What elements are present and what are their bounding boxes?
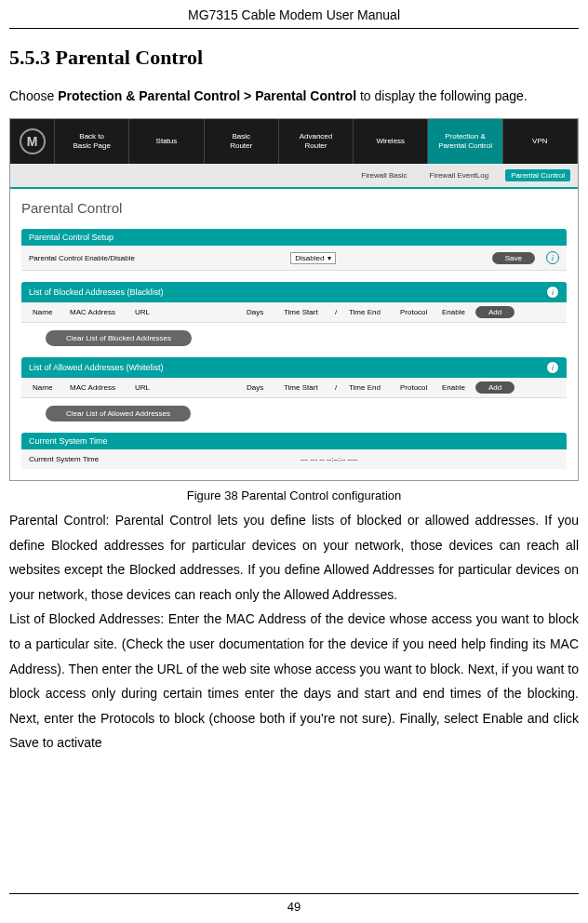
nav-status[interactable]: Status — [129, 119, 204, 164]
th-days: Days — [243, 381, 280, 394]
section-heading: 5.5.3 Parental Control — [9, 46, 579, 70]
systime-label: Current System Time — [29, 455, 99, 463]
nav-back-basic[interactable]: Back toBasic Page — [55, 119, 129, 164]
enable-disable-label: Parental Control Enable/Disable — [29, 254, 135, 262]
blacklist-bar: List of Blocked Addresses (Blacklist) i — [21, 282, 567, 302]
th-protocol: Protocol — [396, 306, 438, 318]
systime-value: --- --- -- --:--:-- ---- — [301, 455, 357, 463]
whitelist-title: List of Allowed Addresses (Whitelist) — [29, 363, 164, 372]
nav-basic-router[interactable]: BasicRouter — [205, 119, 279, 164]
save-button[interactable]: Save — [492, 252, 535, 264]
th-time-start: Time Start — [280, 381, 331, 394]
th-url: URL — [131, 381, 243, 394]
section-number: 5.5.3 — [9, 46, 50, 69]
clear-whitelist-button[interactable]: Clear List of Allowed Addresses — [46, 406, 191, 421]
add-button-whitelist[interactable]: Add — [475, 381, 514, 394]
brand-logo: M — [10, 119, 55, 164]
clear-blacklist-button[interactable]: Clear List of Blocked Addresses — [46, 330, 192, 346]
section-title: Parental Control — [56, 46, 204, 69]
page-number: 49 — [9, 893, 579, 914]
th-name: Name — [29, 381, 66, 394]
th-name: Name — [29, 306, 66, 318]
blacklist-header-row: Name MAC Address URL Days Time Start / T… — [21, 302, 567, 323]
page-heading: Parental Control — [21, 200, 567, 216]
sub-nav: Firewall Basic Firewall EventLog Parenta… — [10, 164, 578, 189]
enable-disable-dropdown[interactable]: Disabled ▾ — [290, 252, 336, 264]
paragraph-1: Parental Control: Parental Control lets … — [9, 508, 579, 607]
whitelist-bar: List of Allowed Addresses (Whitelist) i — [21, 357, 567, 378]
subnav-firewall-basic[interactable]: Firewall Basic — [355, 169, 412, 181]
info-icon[interactable]: i — [546, 251, 559, 264]
th-enable: Enable — [438, 306, 475, 318]
th-slash: / — [331, 381, 345, 394]
th-mac: MAC Address — [66, 381, 131, 394]
info-icon[interactable]: i — [546, 286, 559, 299]
th-protocol: Protocol — [396, 381, 438, 394]
top-nav: M Back toBasic Page Status BasicRouter A… — [10, 119, 578, 164]
motorola-logo-icon: M — [20, 128, 46, 154]
nav-vpn[interactable]: VPN — [503, 119, 578, 164]
nav-protection[interactable]: Protection &Parental Control — [428, 119, 502, 164]
intro-suffix: to display the following page. — [356, 88, 528, 103]
th-url: URL — [131, 306, 243, 318]
manual-header: MG7315 Cable Modem User Manual — [9, 0, 579, 29]
nav-wireless[interactable]: Wireless — [354, 119, 428, 164]
info-icon[interactable]: i — [546, 361, 559, 374]
whitelist-header-row: Name MAC Address URL Days Time Start / T… — [21, 378, 567, 398]
chevron-down-icon: ▾ — [327, 254, 331, 262]
th-days: Days — [243, 306, 280, 318]
add-button-blacklist[interactable]: Add — [475, 306, 514, 318]
systime-bar: Current System Time — [21, 433, 567, 449]
setup-bar: Parental Control Setup — [21, 229, 567, 246]
intro-paragraph: Choose Protection & Parental Control > P… — [9, 83, 579, 109]
setup-row: Parental Control Enable/Disable Disabled… — [21, 246, 567, 271]
content-area: Parental Control Parental Control Setup … — [10, 189, 578, 480]
th-time-start: Time Start — [280, 306, 331, 318]
config-screenshot: M Back toBasic Page Status BasicRouter A… — [9, 118, 579, 481]
th-time-end: Time End — [345, 381, 396, 394]
paragraph-2: List of Blocked Addresses: Enter the MAC… — [9, 607, 579, 756]
systime-section: Current System Time Current System Time … — [21, 433, 567, 469]
subnav-parental-control[interactable]: Parental Control — [505, 169, 570, 181]
intro-bold: Protection & Parental Control > Parental… — [58, 88, 356, 103]
figure-caption: Figure 38 Parental Control configuration — [9, 488, 579, 502]
th-enable: Enable — [438, 381, 475, 394]
th-time-end: Time End — [345, 306, 396, 318]
subnav-firewall-eventlog[interactable]: Firewall EventLog — [424, 169, 495, 181]
systime-row: Current System Time --- --- -- --:--:-- … — [21, 449, 567, 469]
blacklist-title: List of Blocked Addresses (Blacklist) — [29, 288, 164, 297]
nav-advanced-router[interactable]: AdvancedRouter — [279, 119, 354, 164]
th-mac: MAC Address — [66, 306, 131, 318]
dropdown-value: Disabled — [295, 254, 324, 262]
th-slash: / — [331, 306, 345, 318]
intro-prefix: Choose — [9, 88, 58, 103]
